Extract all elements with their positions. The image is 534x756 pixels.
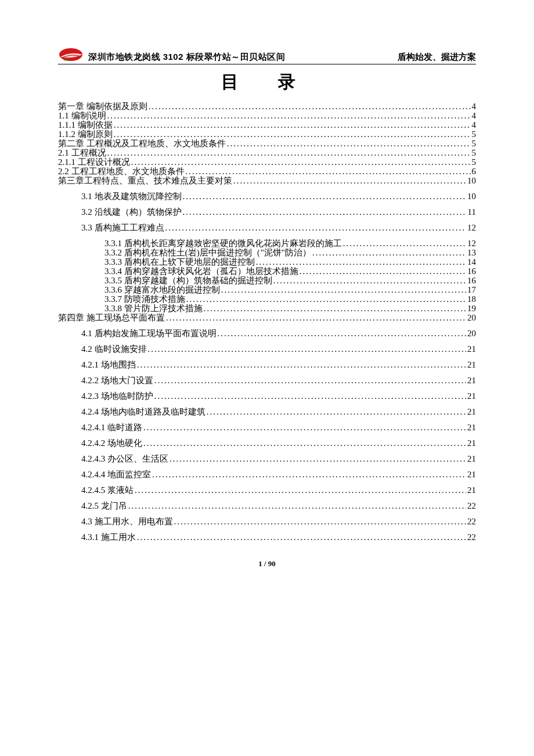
header-left-text: 深圳市地铁龙岗线 3102 标段翠竹站～田贝站区间 xyxy=(88,52,285,63)
header-left: metro 深圳市地铁龙岗线 3102 标段翠竹站～田贝站区间 xyxy=(58,46,285,63)
toc-entry[interactable]: 4.3.1 施工用水22 xyxy=(58,533,476,542)
toc-entry-label: 4.2.4.4 地面监控室 xyxy=(81,470,151,479)
toc-entry-label: 2.1.1 工程设计概况 xyxy=(58,158,130,167)
toc-entry-page: 5 xyxy=(472,130,477,139)
toc-entry-page: 16 xyxy=(467,276,476,285)
toc-entry[interactable]: 3.3.8 管片防上浮技术措施19 xyxy=(58,304,476,313)
toc-entry[interactable]: 3.2 沿线建（构）筑物保护11 xyxy=(58,208,476,217)
toc-entry[interactable]: 4.2 临时设施安排21 xyxy=(58,345,476,354)
toc-entry-page: 19 xyxy=(467,304,476,313)
toc-entry-label: 第一章 编制依据及原则 xyxy=(58,102,147,111)
toc-entry-page: 11 xyxy=(468,208,476,217)
toc-entry-page: 12 xyxy=(467,239,476,248)
toc-entry[interactable]: 第二章 工程概况及工程地质、水文地质条件5 xyxy=(58,139,476,148)
toc-leader-dots xyxy=(137,361,466,369)
toc-entry-page: 17 xyxy=(467,286,476,294)
company-logo-icon: metro xyxy=(58,46,86,63)
toc-entry-label: 4.2.5 龙门吊 xyxy=(81,502,127,510)
toc-entry-label: 3.3.5 盾构穿越建（构）筑物基础的掘进控制 xyxy=(104,276,272,285)
toc-entry[interactable]: 3.3.4 盾构穿越含球状风化岩（孤石）地层技术措施16 xyxy=(58,267,476,276)
toc-entry[interactable]: 1.1.2 编制原则5 xyxy=(58,130,476,139)
page-footer: 1 / 90 xyxy=(58,559,476,568)
toc-entry-label: 第四章 施工现场总平面布置 xyxy=(58,314,165,322)
toc-entry-label: 4.2.1 场地围挡 xyxy=(81,361,136,369)
toc-entry[interactable]: 4.2.4.2 场地硬化21 xyxy=(58,439,476,448)
toc-entry[interactable]: 4.2.3 场地临时防护21 xyxy=(58,392,476,401)
toc-entry-page: 21 xyxy=(467,486,476,495)
toc-entry-label: 4.2.4.3 办公区、生活区 xyxy=(81,455,168,463)
toc-entry-label: 3.2 沿线建（构）筑物保护 xyxy=(81,208,182,217)
toc-leader-dots xyxy=(149,102,471,111)
toc-entry-label: 第三章工程特点、重点、技术难点及主要对策 xyxy=(58,177,232,185)
toc-entry[interactable]: 2.1 工程概况5 xyxy=(58,149,476,157)
toc-entry[interactable]: 3.1 地表及建筑物沉降控制10 xyxy=(58,192,476,201)
toc-leader-dots xyxy=(128,502,466,510)
toc-entry-page: 20 xyxy=(467,329,476,338)
page-header: metro 深圳市地铁龙岗线 3102 标段翠竹站～田贝站区间 盾构始发、掘进方… xyxy=(58,46,476,64)
toc-entry-page: 21 xyxy=(467,345,476,354)
toc-entry-label: 3.3.2 盾构机在粘性土(岩)层中掘进控制（"泥饼"防治） xyxy=(104,249,311,257)
toc-entry[interactable]: 4.2.4.3 办公区、生活区21 xyxy=(58,455,476,463)
toc-leader-dots xyxy=(131,158,471,167)
toc-entry[interactable]: 2.2 工程工程地质、水文地质条件6 xyxy=(58,167,476,176)
toc-entry-page: 22 xyxy=(467,517,476,526)
toc-entry[interactable]: 4.2.5 龙门吊22 xyxy=(58,502,476,510)
toc-entry-label: 2.2 工程工程地质、水文地质条件 xyxy=(58,167,185,176)
toc-entry-page: 6 xyxy=(472,167,477,176)
toc-entry-label: 4.2.4.2 场地硬化 xyxy=(81,439,142,448)
toc-entry-label: 4.2.4.1 临时道路 xyxy=(81,423,142,432)
toc-entry[interactable]: 4.3 施工用水、用电布置22 xyxy=(58,517,476,526)
svg-text:metro: metro xyxy=(64,58,71,62)
toc-entry[interactable]: 4.2.4 场地内临时道路及临时建筑21 xyxy=(58,408,476,416)
toc-entry[interactable]: 3.3.3 盾构机在上软下硬地层的掘进控制14 xyxy=(58,258,476,267)
toc-leader-dots xyxy=(204,304,466,313)
toc-leader-dots xyxy=(186,167,471,176)
toc-entry[interactable]: 2.1.1 工程设计概况5 xyxy=(58,158,476,167)
toc-leader-dots xyxy=(183,192,467,201)
toc-leader-dots xyxy=(233,177,466,185)
toc-entry[interactable]: 4.1 盾构始发施工现场平面布置说明20 xyxy=(58,329,476,338)
toc-leader-dots xyxy=(227,139,471,148)
toc-entry-label: 3.3.6 穿越富水地段的掘进控制 xyxy=(104,286,220,294)
toc-entry-label: 3.3.4 盾构穿越含球状风化岩（孤石）地层技术措施 xyxy=(104,267,298,276)
toc-entry[interactable]: 1.1.1 编制依据4 xyxy=(58,121,476,129)
toc-entry[interactable]: 3.3.1 盾构机长距离穿越致密坚硬的微风化花岗片麻岩段的施工12 xyxy=(58,239,476,248)
toc-entry-label: 3.3.1 盾构机长距离穿越致密坚硬的微风化花岗片麻岩段的施工 xyxy=(104,239,342,248)
toc-entry-page: 5 xyxy=(472,149,477,157)
toc-entry[interactable]: 1.1 编制说明4 xyxy=(58,111,476,120)
toc-entry-label: 1.1.2 编制原则 xyxy=(58,130,113,139)
toc-leader-dots xyxy=(183,208,467,217)
toc-leader-dots xyxy=(169,455,466,463)
toc-entry[interactable]: 4.2.2 场地大门设置21 xyxy=(58,376,476,385)
toc-entry[interactable]: 第四章 施工现场总平面布置20 xyxy=(58,314,476,322)
toc-entry-label: 4.1 盾构始发施工现场平面布置说明 xyxy=(81,329,217,338)
toc-entry-page: 13 xyxy=(467,249,476,257)
toc-entry[interactable]: 3.3.2 盾构机在粘性土(岩)层中掘进控制（"泥饼"防治）13 xyxy=(58,249,476,257)
toc-leader-dots xyxy=(154,376,466,385)
toc-leader-dots xyxy=(273,276,466,285)
toc-entry-page: 10 xyxy=(467,192,476,201)
toc-leader-dots xyxy=(135,486,466,495)
toc-entry-label: 3.3.7 防喷涌技术措施 xyxy=(104,295,185,304)
toc-entry-label: 3.3 盾构施工工程难点 xyxy=(81,224,164,232)
toc-entry[interactable]: 3.3 盾构施工工程难点12 xyxy=(58,224,476,232)
toc-entry-page: 4 xyxy=(472,102,477,111)
toc-entry-page: 21 xyxy=(467,376,476,385)
toc-entry[interactable]: 4.2.4.1 临时道路21 xyxy=(58,423,476,432)
toc-entry-page: 21 xyxy=(467,408,476,416)
toc-entry[interactable]: 4.2.4.5 浆液站21 xyxy=(58,486,476,495)
toc-entry[interactable]: 3.3.7 防喷涌技术措施18 xyxy=(58,295,476,304)
toc-entry[interactable]: 3.3.5 盾构穿越建（构）筑物基础的掘进控制16 xyxy=(58,276,476,285)
toc-entry-label: 4.2.4 场地内临时道路及临时建筑 xyxy=(81,408,205,416)
toc-entry[interactable]: 第一章 编制依据及原则4 xyxy=(58,102,476,111)
toc-entry[interactable]: 4.2.4.4 地面监控室21 xyxy=(58,470,476,479)
toc-leader-dots xyxy=(107,149,471,157)
toc-entry-label: 3.3.3 盾构机在上软下硬地层的掘进控制 xyxy=(104,258,255,267)
toc-entry[interactable]: 3.3.6 穿越富水地段的掘进控制17 xyxy=(58,286,476,294)
page-title: 目 录 xyxy=(58,70,476,94)
toc-leader-dots xyxy=(166,314,466,322)
toc-leader-dots xyxy=(221,286,466,294)
toc-entry[interactable]: 4.2.1 场地围挡21 xyxy=(58,361,476,369)
toc-leader-dots xyxy=(256,258,466,267)
toc-entry[interactable]: 第三章工程特点、重点、技术难点及主要对策10 xyxy=(58,177,476,185)
